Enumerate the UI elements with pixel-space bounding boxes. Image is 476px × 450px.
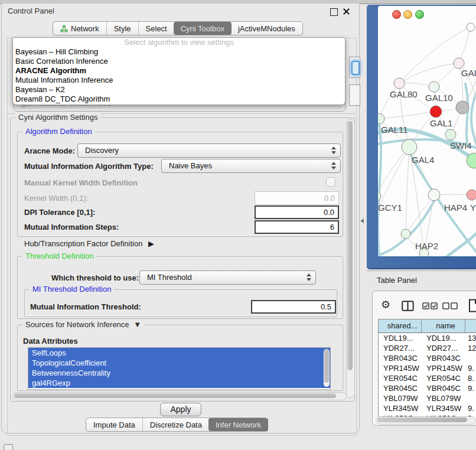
tab-network[interactable]: Network	[53, 22, 106, 35]
expand-arrow-icon[interactable]: ▶	[148, 239, 154, 248]
network-node-swi4[interactable]	[445, 129, 456, 140]
network-node-gal11[interactable]	[378, 113, 384, 124]
table-row[interactable]: YBR045CYBR045C9.	[379, 383, 476, 393]
settings-vertical-scrollbar[interactable]	[346, 119, 355, 398]
popup-item-basic-correlation[interactable]: Basic Correlation Inference	[13, 57, 345, 66]
table-row[interactable]: YER054CYER054C8.	[379, 373, 476, 383]
network-node-gcy1[interactable]	[378, 191, 381, 201]
mi-steps-label: Mutual Information Steps:	[24, 223, 119, 231]
select-all-checkboxes-icon[interactable]	[422, 302, 438, 309]
tab-jactivemnodules[interactable]: jActiveMNodules	[231, 22, 302, 35]
table-row[interactable]: YLR345WYLR345W9.	[379, 403, 476, 413]
table-row[interactable]: YBL079WYBL079W	[379, 393, 476, 403]
algorithm-dropdown-popup: Select algorithm to view settings Bayesi…	[12, 37, 345, 105]
control-panel-tabbar: Network Style Select Cyni Toolbox jActiv…	[53, 21, 303, 35]
table-row[interactable]: YBR043CYBR043C	[379, 353, 476, 363]
settings-vertical-scrollbar-thumb[interactable]	[347, 121, 353, 370]
cell: YER054C	[379, 373, 422, 383]
network-node-gal80[interactable]	[394, 78, 405, 89]
zoom-traffic-light-icon[interactable]	[415, 10, 424, 19]
popup-item-bayesian-hill-climbing[interactable]: Bayesian – Hill Climbing	[13, 47, 345, 57]
close-window-icon[interactable]	[343, 8, 350, 15]
table-row[interactable]: YDR27...YDR27...12	[379, 343, 476, 353]
apply-button[interactable]: Apply	[160, 403, 201, 416]
mi-steps-field[interactable]: 6	[255, 220, 339, 234]
cell: 13	[465, 333, 476, 343]
hub-definition-toggle[interactable]: Hub/Transcription Factor Definition ▶	[24, 239, 154, 248]
collapse-arrow-icon[interactable]: ▼	[133, 320, 141, 329]
minimized-panel-icon[interactable]	[4, 444, 13, 450]
popup-item-dream8[interactable]: Dream8 DC_TDC Algorithm	[13, 94, 345, 104]
network-node-gal10[interactable]	[429, 81, 439, 92]
network-node-salmon[interactable]	[467, 190, 476, 200]
network-combo-edge[interactable]	[349, 84, 360, 106]
aracne-mode-label: Aracne Mode:	[24, 146, 75, 155]
new-table-icon[interactable]	[468, 299, 476, 312]
mi-threshold-label: Mutual Information Threshold:	[30, 302, 141, 311]
list-item-gal4rgexp[interactable]: gal4RGexp	[28, 378, 330, 388]
data-attributes-label: Data Attributes	[23, 337, 78, 345]
combo-spinner-icon	[307, 273, 311, 281]
deselect-all-checkboxes-icon[interactable]	[442, 302, 458, 309]
settings-horizontal-scrollbar-thumb[interactable]	[14, 393, 336, 398]
float-window-icon[interactable]	[330, 8, 338, 16]
network-node[interactable]	[467, 23, 475, 31]
table-horizontal-scrollbar-thumb[interactable]	[377, 418, 467, 422]
network-node-hap2[interactable]	[401, 229, 410, 239]
column-header-clipped[interactable]	[465, 319, 476, 332]
list-item-selfloops[interactable]: SelfLoops	[28, 348, 330, 358]
list-item-betweennesscentrality[interactable]: BetweennessCentrality	[28, 368, 330, 378]
tab-style[interactable]: Style	[106, 22, 138, 35]
mi-threshold-field[interactable]: 0.5	[251, 300, 336, 314]
column-header-name[interactable]: name	[422, 319, 465, 332]
tab-impute-data[interactable]: Impute Data	[86, 418, 142, 431]
aracne-mode-combo[interactable]: Discovery	[77, 144, 341, 158]
network-node-gal1[interactable]	[430, 106, 442, 118]
tab-discretize-data[interactable]: Discretize Data	[142, 418, 209, 431]
table-row[interactable]: YPR145WYPR145W9.	[379, 363, 476, 373]
list-scrollbar[interactable]	[324, 349, 330, 387]
cell: 9.	[465, 383, 476, 393]
sources-title-text: Sources for Network Inference	[25, 320, 129, 329]
network-node-gal[interactable]	[454, 58, 464, 69]
minimize-traffic-light-icon[interactable]	[403, 10, 412, 19]
tab-infer-network[interactable]: Infer Network	[208, 418, 268, 431]
node-label: GAL11	[381, 125, 408, 135]
table-row[interactable]: YDL19...YDL19...13	[379, 333, 476, 343]
table-horizontal-scrollbar[interactable]	[376, 416, 476, 425]
cell: YBR045C	[379, 383, 422, 393]
cell: YDR27...	[379, 343, 422, 353]
mi-type-combo[interactable]: Naive Bayes	[161, 159, 341, 173]
close-traffic-light-icon[interactable]	[392, 10, 401, 19]
gear-icon[interactable]: ⚙	[381, 298, 390, 311]
popup-hint: Select algorithm to view settings	[13, 38, 345, 47]
panel-divider-collapse-arrow[interactable]	[360, 219, 364, 223]
inference-algorithm-combo-edge[interactable]	[349, 57, 360, 78]
which-threshold-combo[interactable]: MI Threshold	[139, 270, 316, 285]
cell: YPR145W	[422, 363, 465, 373]
node-label: Y	[470, 203, 476, 213]
data-attributes-list[interactable]: SelfLoops TopologicalCoefficient Between…	[28, 347, 331, 390]
dpi-tolerance-field[interactable]: 0.0	[255, 206, 339, 219]
kernel-width-field[interactable]: 0.0	[255, 191, 339, 205]
network-node-gal4[interactable]	[402, 139, 417, 155]
tab-select[interactable]: Select	[138, 22, 174, 35]
column-header-shared-name[interactable]: shared...	[379, 319, 422, 332]
sources-group-title: Sources for Network Inference ▼	[22, 320, 144, 329]
settings-horizontal-scrollbar[interactable]	[12, 392, 347, 400]
list-item-topologicalcoefficient[interactable]: TopologicalCoefficient	[28, 358, 330, 368]
network-node-hap4[interactable]	[428, 189, 440, 201]
combo-focus-button[interactable]	[351, 61, 360, 75]
tab-cyni-toolbox[interactable]: Cyni Toolbox	[174, 22, 232, 35]
network-canvas[interactable]: GAL GAL80 GAL10 GAL1 GAL11 SWI4 GAL4 GCY…	[378, 21, 476, 256]
popup-item-bayesian-k2[interactable]: Bayesian – K2	[13, 85, 345, 94]
cell: YBL079W	[379, 393, 422, 403]
manual-kernel-checkbox[interactable]	[326, 177, 335, 187]
split-columns-icon[interactable]	[402, 301, 414, 311]
popup-item-mutual-information[interactable]: Mutual Information Inference	[13, 76, 345, 85]
network-node-gray[interactable]	[456, 101, 469, 114]
bottom-tabbar: Impute Data Discretize Data Infer Networ…	[86, 418, 268, 432]
cell: YLR345W	[422, 403, 465, 413]
popup-item-aracne[interactable]: ARACNE Algorithm	[13, 66, 345, 76]
list-scrollbar-thumb[interactable]	[324, 350, 329, 383]
